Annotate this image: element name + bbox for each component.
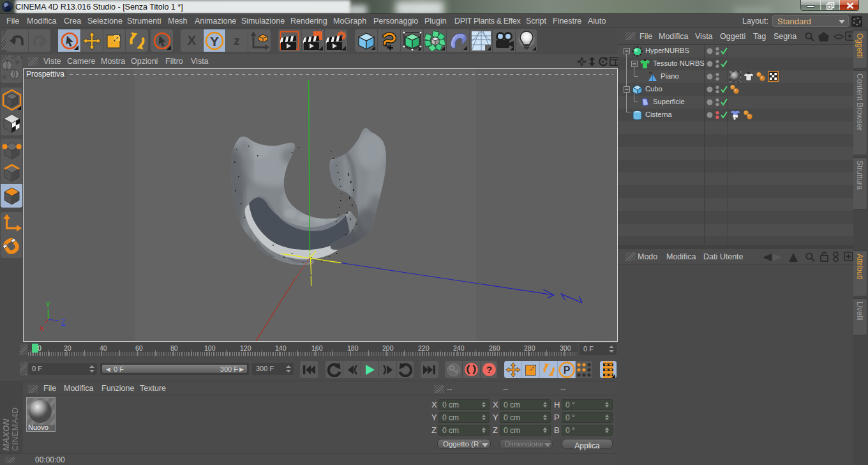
svg-text:X: X bbox=[40, 324, 45, 332]
svg-text:P: P bbox=[563, 365, 570, 376]
svg-text:Z: Z bbox=[61, 318, 66, 326]
svg-text:Y: Y bbox=[46, 301, 51, 309]
svg-text:?: ? bbox=[486, 364, 491, 375]
svg-text:Y: Y bbox=[210, 34, 219, 49]
